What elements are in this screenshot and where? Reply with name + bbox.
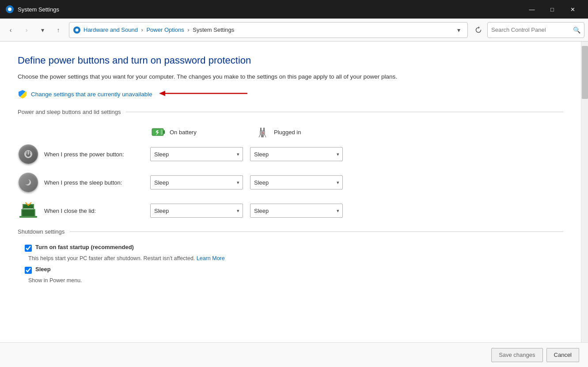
content-area: Define power buttons and turn on passwor…	[0, 42, 581, 342]
lid-label: When I close the lid:	[44, 208, 150, 214]
red-arrow-indicator	[159, 89, 247, 100]
svg-rect-13	[263, 128, 265, 131]
main-area: Define power buttons and turn on passwor…	[0, 42, 588, 342]
svg-marker-5	[159, 91, 165, 96]
power-button-on-battery-select[interactable]: Sleep Do nothing Hibernate Shut down Tur…	[150, 147, 243, 161]
sleep-button-dropdowns: Sleep Do nothing Hibernate Shut down Tur…	[150, 175, 343, 189]
shutdown-section-label: Shutdown settings	[18, 228, 64, 235]
lid-on-battery-dropdown-wrapper: Sleep Do nothing Hibernate Shut down Tur…	[150, 204, 243, 218]
lid-plugged-in-select[interactable]: Sleep Do nothing Hibernate Shut down Tur…	[250, 204, 343, 218]
sleep-checkbox-row: Sleep	[18, 266, 563, 274]
shutdown-section-header: Shutdown settings	[18, 228, 563, 235]
settings-grid: On battery Plugged in	[18, 124, 415, 221]
col-header-plugged-in: Plugged in	[254, 124, 352, 140]
title-bar: System Settings — □ ✕	[0, 0, 588, 19]
address-bar-icon	[73, 26, 81, 34]
scrollbar-track[interactable]	[581, 42, 588, 342]
sleep-button-icon	[18, 172, 39, 193]
save-changes-button[interactable]: Save changes	[491, 348, 542, 362]
refresh-button[interactable]	[471, 23, 486, 37]
cancel-button[interactable]: Cancel	[546, 348, 579, 362]
window-title: System Settings	[18, 6, 522, 13]
up-button[interactable]: ↑	[51, 23, 65, 37]
sleep-button-plugged-in-dropdown-wrapper: Sleep Do nothing Hibernate Shut down Tur…	[250, 175, 343, 189]
plug-icon	[254, 124, 270, 140]
section-separator-line	[126, 112, 563, 112]
sleep-button-on-battery-dropdown-wrapper: Sleep Do nothing Hibernate Shut down Tur…	[150, 175, 243, 189]
lid-row: When I close the lid: Sleep Do nothing H…	[18, 200, 415, 221]
close-button[interactable]: ✕	[562, 2, 583, 16]
sleep-button-label: When I press the sleep button:	[44, 179, 150, 186]
svg-rect-17	[19, 216, 37, 218]
battery-icon	[150, 124, 166, 140]
fast-startup-label[interactable]: Turn on fast startup (recommended)	[35, 244, 134, 250]
svg-rect-7	[163, 130, 165, 134]
search-box: 🔍	[487, 22, 584, 38]
window-controls: — □ ✕	[522, 2, 583, 16]
uac-link[interactable]: Change settings that are currently unava…	[31, 91, 152, 98]
svg-rect-12	[260, 128, 262, 131]
sleep-button-plugged-in-select[interactable]: Sleep Do nothing Hibernate Shut down Tur…	[250, 175, 343, 189]
search-icon: 🔍	[573, 26, 580, 34]
svg-point-1	[8, 8, 11, 11]
grid-header-row: On battery Plugged in	[150, 124, 415, 140]
back-button[interactable]: ‹	[4, 23, 18, 37]
breadcrumb: Hardware and Sound › Power Options › Sys…	[83, 26, 451, 33]
minimize-button[interactable]: —	[522, 2, 542, 16]
fast-startup-checkbox[interactable]	[25, 245, 32, 252]
power-button-icon	[18, 144, 39, 165]
dropdown-recent-button[interactable]: ▾	[35, 23, 49, 37]
sleep-description: Show in Power menu.	[18, 277, 563, 284]
page-description: Choose the power settings that you want …	[18, 72, 398, 81]
sleep-button-row: When I press the sleep button: Sleep Do …	[18, 172, 415, 193]
scrollbar-thumb[interactable]	[582, 46, 588, 99]
lid-on-battery-select[interactable]: Sleep Do nothing Hibernate Shut down Tur…	[150, 204, 243, 218]
on-battery-label: On battery	[170, 129, 197, 136]
bottom-bar: Save changes Cancel	[0, 342, 588, 367]
breadcrumb-hardware-and-sound[interactable]: Hardware and Sound	[83, 26, 138, 33]
sleep-button-on-battery-select[interactable]: Sleep Do nothing Hibernate Shut down Tur…	[150, 175, 243, 189]
power-button-plugged-in-dropdown-wrapper: Sleep Do nothing Hibernate Shut down Tur…	[250, 147, 343, 161]
page-heading: Define power buttons and turn on passwor…	[18, 55, 563, 66]
power-button-dropdowns: Sleep Do nothing Hibernate Shut down Tur…	[150, 147, 343, 161]
search-input[interactable]	[491, 26, 570, 33]
sleep-checkbox-label[interactable]: Sleep	[35, 266, 51, 272]
fast-startup-checkbox-row: Turn on fast startup (recommended)	[18, 244, 563, 252]
forward-button[interactable]: ›	[19, 23, 34, 37]
address-dropdown-button[interactable]: ▾	[453, 25, 464, 35]
shutdown-section: Shutdown settings Turn on fast startup (…	[18, 228, 563, 284]
breadcrumb-power-options[interactable]: Power Options	[146, 26, 184, 33]
power-sleep-section-label: Power and sleep buttons and lid settings	[18, 109, 121, 115]
lid-dropdowns: Sleep Do nothing Hibernate Shut down Tur…	[150, 204, 343, 218]
maximize-button[interactable]: □	[542, 2, 562, 16]
uac-link-row: Change settings that are currently unava…	[18, 89, 563, 99]
address-bar: Hardware and Sound › Power Options › Sys…	[69, 22, 468, 38]
power-button-label: When I press the power button:	[44, 151, 150, 158]
breadcrumb-current: System Settings	[193, 26, 234, 33]
uac-shield-icon	[18, 89, 27, 99]
learn-more-link[interactable]: Learn More	[197, 255, 225, 261]
svg-rect-16	[22, 210, 34, 216]
power-sleep-section-header: Power and sleep buttons and lid settings	[18, 109, 563, 115]
col-header-on-battery: On battery	[150, 124, 247, 140]
nav-bar: ‹ › ▾ ↑ Hardware and Sound › Power Optio…	[0, 19, 588, 42]
lid-plugged-in-dropdown-wrapper: Sleep Do nothing Hibernate Shut down Tur…	[250, 204, 343, 218]
app-icon	[5, 5, 14, 14]
plugged-in-label: Plugged in	[274, 129, 301, 136]
svg-point-3	[76, 28, 79, 31]
power-button-row: When I press the power button: Sleep Do …	[18, 144, 415, 165]
lid-icon	[18, 200, 39, 221]
power-button-on-battery-dropdown-wrapper: Sleep Do nothing Hibernate Shut down Tur…	[150, 147, 243, 161]
power-button-plugged-in-select[interactable]: Sleep Do nothing Hibernate Shut down Tur…	[250, 147, 343, 161]
fast-startup-description: This helps start your PC faster after sh…	[18, 255, 563, 261]
sleep-checkbox[interactable]	[25, 267, 32, 274]
shutdown-separator-line	[70, 231, 563, 232]
